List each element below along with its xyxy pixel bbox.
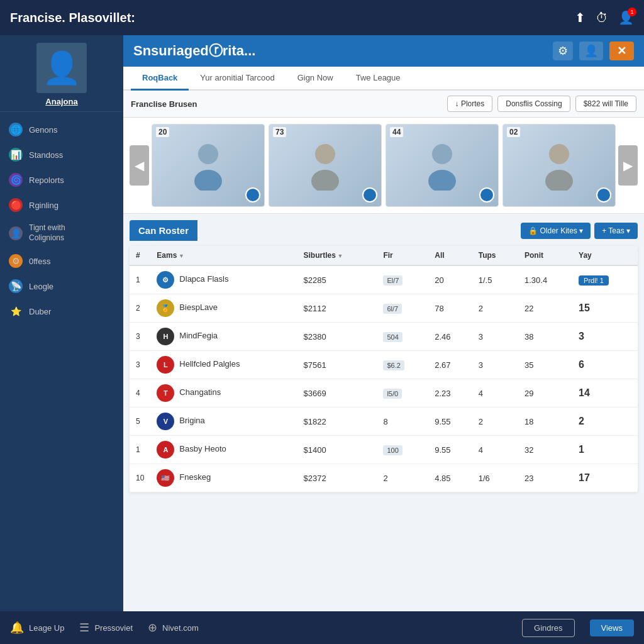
ponit-cell: 18 <box>518 408 572 436</box>
fir-cell: El/7 <box>377 265 428 294</box>
tups-cell: 2 <box>472 294 518 323</box>
tabs-bar: RoqBack Yur aronitial Tarcood Gign Now T… <box>123 67 644 91</box>
col-team[interactable]: Eams <box>150 246 297 265</box>
yay-cell: Prdl! 1 <box>572 265 638 294</box>
sidebar-item-repolorts-label: Repolorts <box>29 175 64 185</box>
sidebar-item-rginling[interactable]: 🔴 Rginling <box>0 192 123 218</box>
yay-cell: 6 <box>572 351 638 379</box>
player-badge-3 <box>596 187 611 203</box>
content-area: Snsuriagedⓡrita... ⚙ 👤 ✕ RoqBack Yur aro… <box>123 35 644 611</box>
table-row[interactable]: 3HMindFegia$23805042.463383 <box>130 323 638 351</box>
genons-icon: 🌐 <box>9 123 23 136</box>
col-siburtles[interactable]: Siburtles <box>297 246 377 265</box>
sidebar-item-standoss-label: Standoss <box>29 150 63 160</box>
sidebar-item-leogle-label: Leogle <box>29 282 53 291</box>
bottom-item-nivet[interactable]: ⊕ Nivet.com <box>148 621 199 635</box>
table-row[interactable]: 3LHellfcled Palgles$7561$6.22.673356 <box>130 351 638 379</box>
roster-title: Can Roster <box>130 220 197 241</box>
tab-yur[interactable]: Yur aronitial Tarcood <box>189 67 286 91</box>
col-ponit: Ponit <box>518 246 572 265</box>
table-row[interactable]: 5VBrigina$182289.552182 <box>130 408 638 436</box>
player-badge-2 <box>479 187 494 203</box>
table-header-row: # Eams Siburtles Fir All Tups Ponit Yay <box>130 246 638 265</box>
svg-point-1 <box>194 170 222 191</box>
older-kites-button[interactable]: 🔒 Older Kites ▾ <box>521 223 591 239</box>
bottom-item-leage[interactable]: 🔔 Leage Up <box>10 621 64 635</box>
player-number-0: 20 <box>156 127 169 137</box>
player-card-2[interactable]: 44 <box>386 124 499 207</box>
sidebar-item-genons[interactable]: 🌐 Genons <box>0 117 123 142</box>
svg-point-6 <box>549 144 569 164</box>
fir-cell: 6l/7 <box>377 294 428 323</box>
will-tille-button[interactable]: $822 will Tille <box>575 96 636 112</box>
table-row[interactable]: 4TChangatins$3669l5/02.2342914 <box>130 379 638 408</box>
nivet-icon: ⊕ <box>148 621 157 635</box>
top-bar-icons: ⬆ ⏱ 👤 1 <box>575 10 634 25</box>
plortes-button[interactable]: ↓ Plortes <box>447 96 493 112</box>
close-button[interactable]: ✕ <box>609 42 634 60</box>
sidebar-item-duber[interactable]: ⭐ Duber <box>0 299 123 324</box>
tab-gign[interactable]: Gign Now <box>286 67 345 91</box>
settings-button[interactable]: ⚙ <box>553 42 573 60</box>
team-cell: LHellfcled Palgles <box>150 351 297 379</box>
siburtles-cell: $7561 <box>297 351 377 379</box>
all-cell: 9.55 <box>428 436 472 464</box>
fir-cell: $6.2 <box>377 351 428 379</box>
bottom-item-pressoviet[interactable]: ☰ Pressoviet <box>79 621 133 635</box>
carousel-right-button[interactable]: ▶ <box>618 145 638 186</box>
tups-cell: 3 <box>472 323 518 351</box>
tight-icon: 👤 <box>9 226 23 240</box>
sidebar-item-standoss[interactable]: 📊 Standoss <box>0 142 123 167</box>
views-button[interactable]: Views <box>590 619 634 636</box>
table-row[interactable]: 1⚙Dlapca Flasls$2285El/7201/.51.30.4Prdl… <box>130 265 638 294</box>
player-card-1[interactable]: 73 <box>269 124 382 207</box>
bottom-bar: 🔔 Leage Up ☰ Pressoviet ⊕ Nivet.com Gind… <box>0 611 644 644</box>
share-icon[interactable]: ⬆ <box>575 10 586 25</box>
rank-cell: 4 <box>130 379 150 408</box>
donsflis-button[interactable]: Donsflis Cossing <box>497 96 570 112</box>
siburtles-cell: $2380 <box>297 323 377 351</box>
content-header-actions: ⚙ 👤 ✕ <box>553 42 634 60</box>
sidebar-item-rginling-label: Rginling <box>29 201 58 210</box>
sidebar-item-offess[interactable]: ⚙ 0ffess <box>0 248 123 274</box>
svg-point-4 <box>432 144 452 164</box>
yay-cell: 3 <box>572 323 638 351</box>
gindres-button[interactable]: Gindres <box>522 619 575 637</box>
fir-cell: 504 <box>377 323 428 351</box>
svg-point-2 <box>315 144 335 164</box>
pressoviet-icon: ☰ <box>79 621 89 635</box>
table-row[interactable]: 2🏅BiespLave$21126l/77822215 <box>130 294 638 323</box>
rank-cell: 5 <box>130 408 150 436</box>
player-badge-0 <box>245 187 260 203</box>
notification-icon[interactable]: 👤 1 <box>618 10 634 25</box>
player-card-3[interactable]: 02 <box>502 124 616 207</box>
tups-cell: 2 <box>472 408 518 436</box>
svg-point-5 <box>428 170 456 191</box>
player-badge-1 <box>362 187 377 203</box>
sidebar-item-genons-label: Genons <box>29 125 58 135</box>
all-cell: 2.46 <box>428 323 472 351</box>
avatar: 👤 <box>36 43 87 93</box>
tab-twe[interactable]: Twe League <box>345 67 412 91</box>
siburtles-cell: $1822 <box>297 408 377 436</box>
player-number-2: 44 <box>390 127 403 137</box>
ponit-cell: 22 <box>518 294 572 323</box>
sidebar-item-repolorts[interactable]: 🌀 Repolorts <box>0 167 123 192</box>
sidebar-item-leogle[interactable]: 📡 Leogle <box>0 274 123 299</box>
table-row[interactable]: 1ABasby Heoto$14001009.554321 <box>130 436 638 464</box>
roster-controls: 🔒 Older Kites ▾ + Teas ▾ <box>521 223 638 239</box>
yay-cell: 1 <box>572 436 638 464</box>
siburtles-cell: $2285 <box>297 265 377 294</box>
sidebar-avatar: 👤 Anajona <box>0 35 123 112</box>
player-card-0[interactable]: 20 <box>152 124 265 207</box>
carousel-left-button[interactable]: ◀ <box>130 145 149 186</box>
player-number-3: 02 <box>507 127 520 137</box>
clock-icon[interactable]: ⏱ <box>596 11 608 25</box>
tab-roqback[interactable]: RoqBack <box>131 67 189 91</box>
table-row[interactable]: 10🇺🇸Fneskeg$237224.851/62317 <box>130 464 638 492</box>
sidebar-item-tight[interactable]: 👤 Tignt ewith Colignions <box>0 218 123 248</box>
offess-icon: ⚙ <box>9 254 23 268</box>
teas-button[interactable]: + Teas ▾ <box>594 223 638 239</box>
yay-cell: 2 <box>572 408 638 436</box>
user-button[interactable]: 👤 <box>579 42 603 60</box>
